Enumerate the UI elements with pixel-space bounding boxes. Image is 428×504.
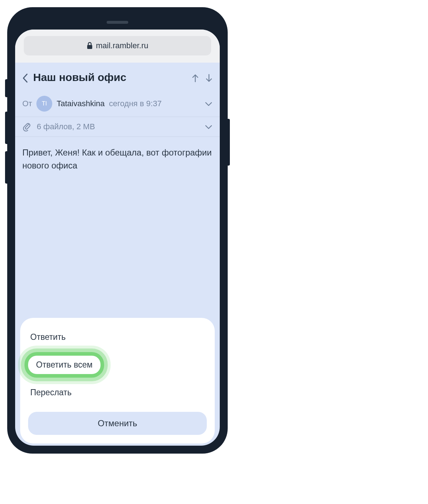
avatar: TI xyxy=(36,96,52,112)
svg-rect-0 xyxy=(87,45,92,49)
from-label: От xyxy=(22,99,32,108)
browser-address-bar: mail.rambler.ru xyxy=(15,30,220,63)
nav-arrows xyxy=(192,72,213,82)
reply-all-action[interactable]: Ответить всем xyxy=(28,356,101,374)
sender-time: сегодня в 9:37 xyxy=(109,99,162,108)
expand-attachments-chevron-icon[interactable] xyxy=(205,122,213,131)
sender-name: Tataivashkina xyxy=(57,99,104,108)
avatar-initials: TI xyxy=(42,100,47,107)
attachments-summary: 6 файлов, 2 MB xyxy=(37,122,199,131)
forward-action[interactable]: Переслать xyxy=(28,383,74,402)
action-sheet: Ответить Ответить всем Переслать Отменит… xyxy=(20,318,215,444)
reply-action[interactable]: Ответить xyxy=(28,328,68,346)
phone-frame: mail.rambler.ru Наш новый офис xyxy=(7,7,228,454)
phone-speaker xyxy=(107,21,128,24)
email-body: Привет, Женя! Как и обещала, вот фотогра… xyxy=(15,137,220,318)
next-email-button[interactable] xyxy=(205,72,213,82)
phone-volume-down xyxy=(5,151,9,184)
phone-screen: mail.rambler.ru Наш новый офис xyxy=(15,30,220,446)
lock-icon xyxy=(86,42,93,49)
email-header: Наш новый офис xyxy=(15,63,220,91)
expand-sender-chevron-icon[interactable] xyxy=(205,99,213,108)
phone-silent-switch xyxy=(5,79,9,97)
email-subject: Наш новый офис xyxy=(33,71,187,84)
phone-volume-up xyxy=(5,112,9,144)
back-button[interactable] xyxy=(22,72,28,83)
attachments-row[interactable]: 6 файлов, 2 MB xyxy=(15,117,220,137)
url-text: mail.rambler.ru xyxy=(96,41,148,50)
sender-row[interactable]: От TI Tataivashkina сегодня в 9:37 xyxy=(15,91,220,117)
url-pill[interactable]: mail.rambler.ru xyxy=(24,36,211,55)
phone-power-button xyxy=(226,119,230,166)
paperclip-icon xyxy=(22,122,31,131)
cancel-button[interactable]: Отменить xyxy=(28,412,207,435)
prev-email-button[interactable] xyxy=(192,72,199,82)
